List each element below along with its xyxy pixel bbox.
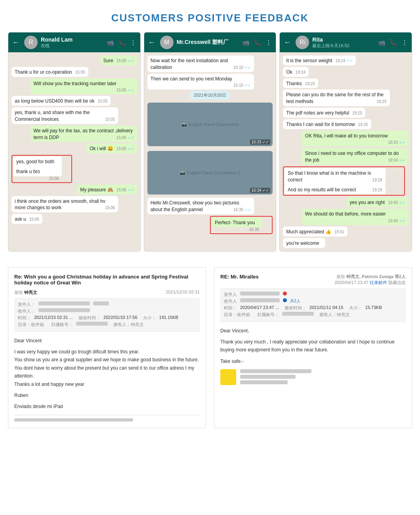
msg-time: 15:10 ✓✓ xyxy=(233,83,251,88)
msg-sent: yes you are right 19:40 ✓✓ xyxy=(346,197,409,207)
back-arrow-icon[interactable]: ← xyxy=(12,38,19,47)
msg-sent: Since i need to use my office computer t… xyxy=(302,148,409,165)
email-image-placeholder xyxy=(220,369,406,385)
contact-status-3: 最后上线今天16:52 xyxy=(312,43,374,49)
email-from-label: 发给 钟亮文 xyxy=(14,290,37,296)
email-subject-2: RE: Mr. Miralles xyxy=(220,274,259,280)
msg-recv: Now wait for the next installation and c… xyxy=(147,55,254,72)
msg-sent: OK Rita, i will make all to you tomorrow… xyxy=(302,131,409,147)
msg-recv: Thank u for ur co-operation 15:05 xyxy=(11,67,88,77)
msg-time: 19:34 ✓✓ xyxy=(388,158,405,163)
recipient-blurred xyxy=(240,298,280,302)
msg-time: 19:41 xyxy=(334,229,344,235)
msg-time: 19:40 ✓✓ xyxy=(388,200,405,206)
chat-window-1: ← R Ronald Lam 在线 📹 📞 ⋮ Sure 15:05 ✓✓ Th… xyxy=(8,32,141,252)
image-content: 📷 English Panel Screenshot 2 xyxy=(180,170,240,175)
msg-time: 15:05 ✓✓ xyxy=(116,135,134,141)
msg-time: 15:05 xyxy=(105,117,115,122)
msg-recv-highlight: And so my results will be correct 19:29 xyxy=(284,185,385,195)
msg-time: 15:05 ✓✓ xyxy=(116,58,134,64)
menu-icon[interactable]: ⋮ xyxy=(130,39,136,46)
msg-recv: Much appreciated 👍 19:41 xyxy=(283,227,347,237)
msg-recv: It is the sensor weight 19:24 ✓✓ xyxy=(283,55,356,65)
call-icon[interactable]: 📞 xyxy=(254,39,262,46)
date-divider: 2021年10月20日 xyxy=(190,91,230,99)
contact-status-1: 在线 xyxy=(41,43,103,49)
avatar-1: R xyxy=(24,36,38,49)
chat-image-1: 📷 English Panel Screenshot 16:33 ✓✓ xyxy=(147,103,273,146)
msg-recv: Then we can send to you next Monday 15:1… xyxy=(147,74,254,90)
msg-time: 15:06 xyxy=(49,176,59,181)
msg-time: 15:06 xyxy=(105,205,115,211)
msg-sent-highlight: Perfect- Thank you 16:35 xyxy=(212,217,262,227)
back-arrow-icon[interactable]: ← xyxy=(148,38,155,47)
chat-window-3: ← Ri Rita 最后上线今天16:52 📹 📞 ⋮ It is the se… xyxy=(279,32,412,252)
back-arrow-icon[interactable]: ← xyxy=(284,38,291,47)
sender-blurred xyxy=(38,301,90,305)
msg-sent: Sure 15:05 ✓✓ xyxy=(100,55,137,65)
msg-recv: Thanks 19:25 xyxy=(283,78,318,88)
email-body-1: Dear Vincent I was very happy we could g… xyxy=(14,337,200,411)
email-date: 2021/12/15 02:31 xyxy=(166,290,200,296)
sender-blurred xyxy=(240,292,280,296)
msg-sent: We should do that before, more easier 19… xyxy=(302,209,409,225)
img-time: 16:33 ✓✓ xyxy=(250,139,271,145)
msg-time: 19:40 ✓✓ xyxy=(388,218,405,224)
email-meta-row: 时间：2020/04/17 23:47 ... 接收时间：2021/01/11 … xyxy=(224,305,402,311)
msg-recv: Hello Mr.Cresswell, show you two picture… xyxy=(147,198,254,214)
msg-recv-highlight: So that I know what is in the machine is… xyxy=(284,168,385,185)
email-panel-2: RE: Mr. Miralles 发给 钟亮文, Patricio Zuniga… xyxy=(214,267,412,428)
menu-icon[interactable]: ⋮ xyxy=(265,39,272,46)
msg-recv: Please can you do the same for the rest … xyxy=(283,90,389,106)
msg-time: 15:05 ✓✓ xyxy=(116,146,134,152)
msg-time: 19:24 xyxy=(296,70,305,75)
video-icon[interactable]: 📹 xyxy=(242,39,250,46)
recipient-badge xyxy=(283,298,287,302)
chat-icons-2: 📹 📞 ⋮ xyxy=(242,39,272,46)
msg-time: 16:35 ✓✓ xyxy=(233,207,251,213)
sender-blurred-2 xyxy=(93,301,109,305)
chat-image-2: 📷 English Panel Screenshot 2 16:34 ✓✓ xyxy=(147,151,273,195)
contact-info-3: Rita 最后上线今天16:52 xyxy=(312,36,374,49)
chats-section: ← R Ronald Lam 在线 📹 📞 ⋮ Sure 15:05 ✓✓ Th… xyxy=(0,32,420,259)
chat-window-2: ← M Mr.Cresswell 塑料厂 📹 📞 ⋮ Now wait for … xyxy=(144,32,277,252)
email-subject-1: Re: Wish you a good Christmas holiday in… xyxy=(14,274,200,286)
img-time: 16:34 ✓✓ xyxy=(250,188,271,193)
email-meta-row: 收件人： xyxy=(18,308,196,314)
msg-sent: Will show you the tracking number later … xyxy=(31,78,137,95)
msg-sent: My pleasure 🙈 15:06 ✓✓ xyxy=(77,185,137,195)
menu-icon[interactable]: ⋮ xyxy=(401,39,408,46)
image-content: 📷 English Panel Screenshot xyxy=(181,122,238,127)
sender-badge xyxy=(283,292,287,296)
msg-time: 19:25 xyxy=(305,81,315,87)
recipient-count: 共2人 xyxy=(290,298,300,304)
chat-header-2: ← M Mr.Cresswell 塑料厂 📹 📞 ⋮ xyxy=(144,32,276,52)
highlight-box-2: Perfect- Thank you 16:35 xyxy=(210,216,273,234)
contact-info-2: Mr.Cresswell 塑料厂 xyxy=(177,39,239,46)
msg-time: 15:05 ✓✓ xyxy=(116,88,134,93)
email-meta-row: 目录：收件箱 归属账号： 拥有人：钟亮文 xyxy=(224,312,402,318)
avatar-2: M xyxy=(160,36,174,49)
account-blurred xyxy=(76,322,108,326)
video-icon[interactable]: 📹 xyxy=(106,39,114,46)
msg-recv: Thanks I can wait for it tomorrow 19:25 xyxy=(283,119,371,129)
video-icon[interactable]: 📹 xyxy=(378,39,386,46)
emails-section: Re: Wish you a good Christmas holiday in… xyxy=(0,259,420,440)
highlight-box-3: So that I know what is in the machine is… xyxy=(283,166,405,196)
chat-icons-1: 📹 📞 ⋮ xyxy=(106,39,136,46)
msg-recv: yes, thank u, and share with me the Comm… xyxy=(11,107,118,124)
chat-header-1: ← R Ronald Lam 在线 📹 📞 ⋮ xyxy=(8,32,140,52)
call-icon[interactable]: 📞 xyxy=(389,39,397,46)
email-panel-1: Re: Wish you a good Christmas holiday in… xyxy=(8,267,206,428)
msg-time: 15:06 xyxy=(29,217,39,222)
contact-info-1: Ronald Lam 在线 xyxy=(41,36,103,49)
msg-time: 15:05 xyxy=(97,99,107,104)
msg-recv-highlight: thank u bro 15:06 xyxy=(13,166,62,176)
msg-time: 15:10 ✓✓ xyxy=(233,65,251,71)
msg-time: 19:33 ✓✓ xyxy=(388,140,405,145)
email-meta-row: 发件人： xyxy=(18,301,196,307)
call-icon[interactable]: 📞 xyxy=(118,39,126,46)
msg-recv: ask u 15:06 xyxy=(11,214,42,224)
msg-time: 19:25 xyxy=(358,122,368,128)
contact-name-3: Rita xyxy=(312,36,374,43)
